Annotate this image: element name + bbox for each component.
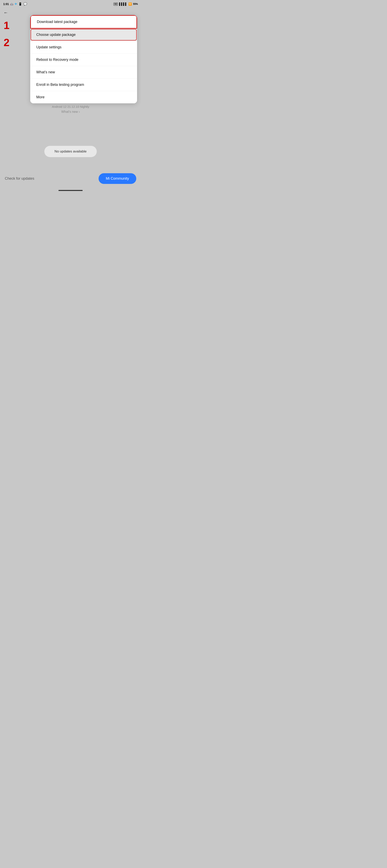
whats-new-link[interactable]: What's new ›	[0, 110, 141, 114]
menu-item-choose-package[interactable]: Choose update package	[30, 29, 137, 41]
no-updates-button[interactable]: No updates available	[44, 146, 97, 157]
telegram-icon: ✈	[14, 2, 17, 6]
messenger-icon: 💬	[23, 2, 27, 6]
menu-item-download-latest[interactable]: Download latest package	[30, 15, 137, 29]
menu-item-beta-testing[interactable]: Enroll in Beta testing program	[30, 79, 137, 91]
hd-badge: HD	[114, 3, 118, 6]
menu-item-update-settings[interactable]: Update settings	[30, 41, 137, 54]
android-version-text: Android 12 21.12.10 Nightly	[0, 105, 141, 108]
status-left: 1:01 🤖 ✈ 📱 💬	[3, 2, 27, 6]
time-display: 1:01	[3, 2, 9, 6]
menu-item-whats-new[interactable]: What's new	[30, 66, 137, 79]
home-bar	[58, 190, 83, 191]
status-right: HD ▌▌▌▌ 🛜 55%	[114, 2, 138, 6]
signal-bars-icon: ▌▌▌▌	[119, 2, 127, 6]
wifi-icon: 🛜	[128, 2, 132, 6]
step-2-label: 2	[4, 37, 9, 48]
status-bar: 1:01 🤖 ✈ 📱 💬 HD ▌▌▌▌ 🛜 55%	[0, 0, 141, 8]
dropdown-menu: Download latest package Choose update pa…	[30, 15, 137, 103]
menu-item-more[interactable]: More	[30, 91, 137, 103]
mi-community-button[interactable]: Mi Community	[98, 173, 136, 184]
step-1-label: 1	[4, 20, 9, 31]
back-button[interactable]: ←	[4, 10, 8, 15]
android-icon: 🤖	[10, 3, 13, 6]
battery-level: 55%	[133, 3, 138, 5]
battery-icon: 55%	[133, 3, 138, 5]
check-updates-button[interactable]: Check for updates	[5, 177, 34, 181]
menu-item-reboot-recovery[interactable]: Reboot to Recovery mode	[30, 54, 137, 66]
home-indicator	[0, 188, 141, 194]
bottom-bar: Check for updates Mi Community	[0, 169, 141, 188]
whatsapp-icon: 📱	[18, 2, 22, 6]
